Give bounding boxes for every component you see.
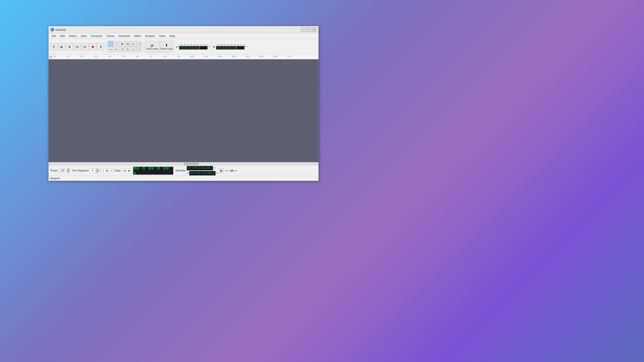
tool-5[interactable]: ⊔ xyxy=(131,47,136,52)
snap-section: Snap 1/8 1/4 1/2 1 xyxy=(111,168,131,173)
ruler-tick-11: 11.0 xyxy=(204,55,208,58)
pencil-tool-button[interactable]: ✏ xyxy=(108,47,113,52)
separator-2 xyxy=(143,42,144,52)
menu-select[interactable]: Select xyxy=(67,34,79,38)
multi-tool-button[interactable]: ✦ xyxy=(113,47,119,52)
window-title: Audacity xyxy=(55,28,66,31)
menu-view[interactable]: View xyxy=(78,34,89,38)
skip-forward-button[interactable]: ⏭ xyxy=(81,43,89,50)
ruler-tick-4: 4.0 xyxy=(108,55,111,58)
tools-group: I ↗ ⊕ ⊖ ⊏ ⊐ ✏ ✦ ↺ ↻ ⊔ ⊓ xyxy=(108,41,142,52)
silence-button[interactable]: ⊐ xyxy=(137,41,142,47)
envelope-tool-button[interactable]: ↗ xyxy=(113,41,119,47)
close-button[interactable]: ✕ xyxy=(312,27,316,32)
menu-help[interactable]: Help xyxy=(168,34,177,38)
input-meter-dropdown-icon[interactable]: ▼ xyxy=(208,46,210,48)
menu-transport[interactable]: Transport xyxy=(89,34,104,38)
title-bar-left: A Audacity xyxy=(51,28,66,31)
menu-effect[interactable]: Effect xyxy=(132,34,143,38)
skip-back-button[interactable]: ⏮ xyxy=(73,43,81,50)
time-sig-label: Time Signature xyxy=(72,169,89,172)
selection-times: 00 h 00 m 00,000 s ▼ ⚙ 00 h 00 m 00,000 … xyxy=(187,166,218,175)
ruler-tick-1: 1.0 xyxy=(67,55,69,58)
menu-analyze[interactable]: Analyze xyxy=(143,34,157,38)
ruler-gear-button[interactable]: ⚙ xyxy=(49,55,53,59)
menu-edit[interactable]: Edit xyxy=(58,34,67,38)
title-bar: A Audacity ─ □ ✕ xyxy=(49,26,318,33)
ruler-tick-14: 14.0 xyxy=(246,55,250,58)
pause-button[interactable]: ⏸ xyxy=(50,43,58,50)
tool-6[interactable]: ⊓ xyxy=(137,47,142,52)
time-sig-num-up[interactable]: ▲ xyxy=(96,168,99,171)
ruler-tick-13: 13.0 xyxy=(232,55,236,58)
app-icon: A xyxy=(51,28,54,31)
trim-button[interactable]: ⊏ xyxy=(131,41,136,47)
scrollbar-thumb[interactable] xyxy=(184,163,199,165)
zoom-out-button[interactable]: ⊖ xyxy=(125,41,131,47)
selection-end-row: ⚙ 00 h 00 m 00,000 s ▼ xyxy=(187,171,218,175)
tools-row-1: I ↗ ⊕ ⊖ ⊏ ⊐ xyxy=(108,41,142,47)
slider-thumb[interactable] xyxy=(231,170,233,172)
input-meter-row: 🎤 -54 -48 -42 -36 -30 -24 -18 -12 -6 xyxy=(176,44,210,50)
play-button[interactable]: ▶ xyxy=(58,43,65,50)
ruler-tick-12: 12.0 xyxy=(218,55,222,58)
ruler-tick-7: 7.0 xyxy=(150,55,152,58)
input-vumeter: -54 -48 -42 -36 -30 -24 -18 -12 -6 xyxy=(179,44,208,50)
main-timer: 00 h 00 m 00 s xyxy=(133,167,173,175)
ruler-tick-16: 16.0 xyxy=(273,55,277,58)
redo-zoom-button[interactable]: ↻ xyxy=(125,47,131,52)
selection-start-display: 00 h 00 m 00,000 s xyxy=(187,166,213,170)
tempo-spin-down[interactable]: ▼ xyxy=(67,171,70,173)
track-area[interactable] xyxy=(49,59,318,162)
separator-1 xyxy=(106,42,106,52)
input-meter-scale: -54 -48 -42 -36 -30 -24 -18 -12 -6 xyxy=(179,44,208,46)
horizontal-scrollbar[interactable] xyxy=(49,162,318,165)
ruler-tick-10: 10.0 xyxy=(190,55,194,58)
audio-setup-button[interactable]: 🔊 Audio Setup xyxy=(145,41,159,53)
share-audio-label: Share Audio xyxy=(160,48,173,50)
share-audio-icon: ⬆ xyxy=(165,43,168,47)
undo-zoom-button[interactable]: ↺ xyxy=(119,47,125,52)
tempo-section: Tempo ▲ ▼ xyxy=(50,168,70,173)
record-button[interactable]: ⏺ xyxy=(89,43,97,50)
maximize-button[interactable]: □ xyxy=(306,27,311,32)
minimize-button[interactable]: ─ xyxy=(301,27,305,32)
selection-play-button[interactable]: ▶ xyxy=(219,168,224,173)
output-meter-row: 🔊 -54 -48 -42 -36 -30 -24 -18 -12 -6 xyxy=(213,44,247,50)
stop-button[interactable]: ■ xyxy=(66,43,73,50)
bottom-bar: Tempo ▲ ▼ Time Signature ▲ ▼ / 4 8 Snap xyxy=(49,165,318,176)
status-bar: Stopped. xyxy=(49,176,318,181)
ruler-tick-5: 5.0 xyxy=(122,55,125,58)
time-sig-num-down[interactable]: ▼ xyxy=(96,171,99,173)
menu-generate[interactable]: Generate xyxy=(116,34,132,38)
selection-start-row: 00 h 00 m 00,000 s ▼ xyxy=(187,166,218,170)
snap-label[interactable]: Snap xyxy=(115,169,120,172)
snap-value-select[interactable]: 1/8 1/4 1/2 1 xyxy=(121,168,131,173)
selection-start-dropdown[interactable]: ▼ xyxy=(214,167,216,169)
time-sig-denominator[interactable]: 4 8 xyxy=(101,168,109,173)
selection-end-dropdown[interactable]: ▼ xyxy=(216,172,218,174)
selection-tool-button[interactable]: I xyxy=(108,41,113,47)
selection-section: Selection 00 h 00 m 00,000 s ▼ ⚙ 00 h 00… xyxy=(175,166,237,175)
tools-row-2: ✏ ✦ ↺ ↻ ⊔ ⊓ xyxy=(108,47,142,52)
output-meter-scale: -54 -48 -42 -36 -30 -24 -18 -12 -6 xyxy=(216,44,245,46)
input-meter-icon: 🎤 xyxy=(176,46,179,48)
share-audio-button[interactable]: ⬆ Share Audio xyxy=(160,41,173,53)
ruler-tick-0: 0.0 xyxy=(54,55,56,58)
transport-controls: ⏸ ▶ ■ ⏮ ⏭ ⏺ ⏺ xyxy=(50,43,105,50)
snap-checkbox[interactable] xyxy=(111,169,114,172)
zoom-in-button[interactable]: ⊕ xyxy=(119,41,125,47)
output-meter-dropdown-icon[interactable]: ▼ xyxy=(245,46,247,48)
record-safe-button[interactable]: ⏺ xyxy=(97,43,104,50)
menu-file[interactable]: File xyxy=(50,34,58,38)
time-signature-section: Time Signature ▲ ▼ / 4 8 xyxy=(72,168,109,173)
menu-tracks[interactable]: Tracks xyxy=(104,34,117,38)
menu-tools[interactable]: Tools xyxy=(157,34,168,38)
ruler-tick-6: 6.0 xyxy=(136,55,139,58)
selection-slider[interactable] xyxy=(225,170,237,171)
tempo-spin-buttons: ▲ ▼ xyxy=(67,168,70,173)
time-sig-numerator[interactable] xyxy=(89,168,95,173)
tempo-label: Tempo xyxy=(50,169,58,172)
tempo-input[interactable] xyxy=(58,168,66,173)
tempo-spin-up[interactable]: ▲ xyxy=(67,168,70,171)
